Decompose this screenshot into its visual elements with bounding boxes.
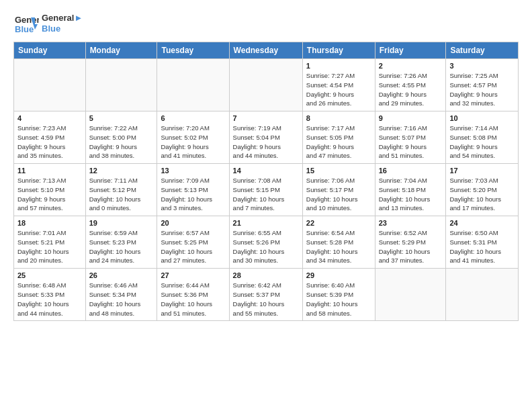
calendar-cell: 21Sunrise: 6:55 AMSunset: 5:26 PMDayligh… [229,216,302,269]
day-number: 17 [449,167,515,175]
day-number: 1 [306,62,371,70]
weekday-header-thursday: Thursday [302,42,375,59]
day-info: Sunrise: 7:17 AMSunset: 5:05 PMDaylight:… [306,124,371,161]
week-row-2: 4Sunrise: 7:23 AMSunset: 4:59 PMDaylight… [14,111,519,164]
day-info: Sunrise: 6:59 AMSunset: 5:23 PMDaylight:… [89,228,154,265]
day-info: Sunrise: 7:20 AMSunset: 5:02 PMDaylight:… [161,124,225,161]
calendar-cell [446,269,519,321]
weekday-header-monday: Monday [85,42,157,59]
calendar-cell: 20Sunrise: 6:57 AMSunset: 5:25 PMDayligh… [157,216,229,269]
calendar-cell: 24Sunrise: 6:50 AMSunset: 5:31 PMDayligh… [446,216,519,269]
calendar-cell: 28Sunrise: 6:42 AMSunset: 5:37 PMDayligh… [229,269,302,321]
calendar-cell: 12Sunrise: 7:11 AMSunset: 5:12 PMDayligh… [85,164,157,216]
day-number: 20 [161,219,225,227]
svg-text:Blue: Blue [15,24,34,34]
day-number: 29 [306,271,371,279]
calendar-cell: 8Sunrise: 7:17 AMSunset: 5:05 PMDaylight… [302,111,375,164]
day-number: 13 [161,167,225,175]
calendar-cell [229,59,302,111]
day-info: Sunrise: 7:16 AMSunset: 5:07 PMDaylight:… [379,124,443,161]
calendar-cell: 10Sunrise: 7:14 AMSunset: 5:08 PMDayligh… [446,111,519,164]
day-info: Sunrise: 6:40 AMSunset: 5:39 PMDaylight:… [306,281,371,318]
day-info: Sunrise: 7:26 AMSunset: 4:55 PMDaylight:… [379,71,443,108]
calendar-cell: 6Sunrise: 7:20 AMSunset: 5:02 PMDaylight… [157,111,229,164]
weekday-header-sunday: Sunday [14,42,86,59]
logo-general: General► [42,13,83,24]
week-row-1: 1Sunrise: 7:27 AMSunset: 4:54 PMDaylight… [14,59,519,111]
week-row-4: 18Sunrise: 7:01 AMSunset: 5:21 PMDayligh… [14,216,519,269]
day-info: Sunrise: 6:57 AMSunset: 5:25 PMDaylight:… [161,228,225,265]
day-number: 28 [233,271,299,279]
week-row-3: 11Sunrise: 7:13 AMSunset: 5:10 PMDayligh… [14,164,519,216]
day-info: Sunrise: 6:46 AMSunset: 5:34 PMDaylight:… [89,281,154,318]
day-info: Sunrise: 6:52 AMSunset: 5:29 PMDaylight:… [379,228,443,265]
day-number: 23 [379,219,443,227]
weekday-header-saturday: Saturday [446,42,519,59]
week-row-5: 25Sunrise: 6:48 AMSunset: 5:33 PMDayligh… [14,269,519,321]
day-info: Sunrise: 6:55 AMSunset: 5:26 PMDaylight:… [233,228,299,265]
day-info: Sunrise: 7:25 AMSunset: 4:57 PMDaylight:… [449,71,515,108]
day-info: Sunrise: 7:08 AMSunset: 5:15 PMDaylight:… [233,176,299,213]
day-number: 10 [449,114,515,122]
calendar-cell: 27Sunrise: 6:44 AMSunset: 5:36 PMDayligh… [157,269,229,321]
calendar-cell: 15Sunrise: 7:06 AMSunset: 5:17 PMDayligh… [302,164,375,216]
weekday-header-row: SundayMondayTuesdayWednesdayThursdayFrid… [14,42,519,59]
weekday-header-wednesday: Wednesday [229,42,302,59]
day-number: 9 [379,114,443,122]
calendar-cell [85,59,157,111]
day-number: 5 [89,114,154,122]
calendar-cell: 22Sunrise: 6:54 AMSunset: 5:28 PMDayligh… [302,216,375,269]
day-number: 8 [306,114,371,122]
day-info: Sunrise: 7:19 AMSunset: 5:04 PMDaylight:… [233,124,299,161]
calendar-cell [14,59,86,111]
day-info: Sunrise: 7:11 AMSunset: 5:12 PMDaylight:… [89,176,154,213]
day-number: 19 [89,219,154,227]
day-info: Sunrise: 7:06 AMSunset: 5:17 PMDaylight:… [306,176,371,213]
day-number: 26 [89,271,154,279]
calendar-cell: 18Sunrise: 7:01 AMSunset: 5:21 PMDayligh… [14,216,86,269]
calendar-cell: 3Sunrise: 7:25 AMSunset: 4:57 PMDaylight… [446,59,519,111]
day-info: Sunrise: 7:27 AMSunset: 4:54 PMDaylight:… [306,71,371,108]
weekday-header-tuesday: Tuesday [157,42,229,59]
day-number: 4 [17,114,82,122]
calendar-cell: 1Sunrise: 7:27 AMSunset: 4:54 PMDaylight… [302,59,375,111]
calendar-cell: 23Sunrise: 6:52 AMSunset: 5:29 PMDayligh… [375,216,446,269]
day-number: 11 [17,167,82,175]
day-number: 25 [17,271,82,279]
day-number: 27 [161,271,225,279]
calendar-table: SundayMondayTuesdayWednesdayThursdayFrid… [13,42,519,321]
day-number: 16 [379,167,443,175]
day-info: Sunrise: 6:48 AMSunset: 5:33 PMDaylight:… [17,281,82,318]
svg-text:General: General [15,15,39,25]
calendar-cell: 2Sunrise: 7:26 AMSunset: 4:55 PMDaylight… [375,59,446,111]
day-info: Sunrise: 7:13 AMSunset: 5:10 PMDaylight:… [17,176,82,213]
logo-blue: Blue [42,24,83,34]
day-number: 24 [449,219,515,227]
day-number: 3 [449,62,515,70]
day-info: Sunrise: 7:03 AMSunset: 5:20 PMDaylight:… [449,176,515,213]
day-info: Sunrise: 7:04 AMSunset: 5:18 PMDaylight:… [379,176,443,213]
day-number: 14 [233,167,299,175]
day-info: Sunrise: 6:50 AMSunset: 5:31 PMDaylight:… [449,228,515,265]
day-info: Sunrise: 7:23 AMSunset: 4:59 PMDaylight:… [17,124,82,161]
day-number: 12 [89,167,154,175]
calendar-cell: 14Sunrise: 7:08 AMSunset: 5:15 PMDayligh… [229,164,302,216]
calendar-cell [157,59,229,111]
calendar-cell: 9Sunrise: 7:16 AMSunset: 5:07 PMDaylight… [375,111,446,164]
day-number: 22 [306,219,371,227]
day-number: 7 [233,114,299,122]
calendar-cell: 5Sunrise: 7:22 AMSunset: 5:00 PMDaylight… [85,111,157,164]
day-number: 2 [379,62,443,70]
day-info: Sunrise: 6:44 AMSunset: 5:36 PMDaylight:… [161,281,225,318]
header-area: General Blue General► Blue [13,11,519,36]
calendar-cell: 29Sunrise: 6:40 AMSunset: 5:39 PMDayligh… [302,269,375,321]
calendar-cell: 13Sunrise: 7:09 AMSunset: 5:13 PMDayligh… [157,164,229,216]
day-info: Sunrise: 6:54 AMSunset: 5:28 PMDaylight:… [306,228,371,265]
calendar-cell: 4Sunrise: 7:23 AMSunset: 4:59 PMDaylight… [14,111,86,164]
day-number: 15 [306,167,371,175]
calendar-cell: 11Sunrise: 7:13 AMSunset: 5:10 PMDayligh… [14,164,86,216]
day-info: Sunrise: 6:42 AMSunset: 5:37 PMDaylight:… [233,281,299,318]
logo: General Blue General► Blue [13,11,83,36]
calendar-cell: 26Sunrise: 6:46 AMSunset: 5:34 PMDayligh… [85,269,157,321]
logo-icon: General Blue [13,11,39,36]
